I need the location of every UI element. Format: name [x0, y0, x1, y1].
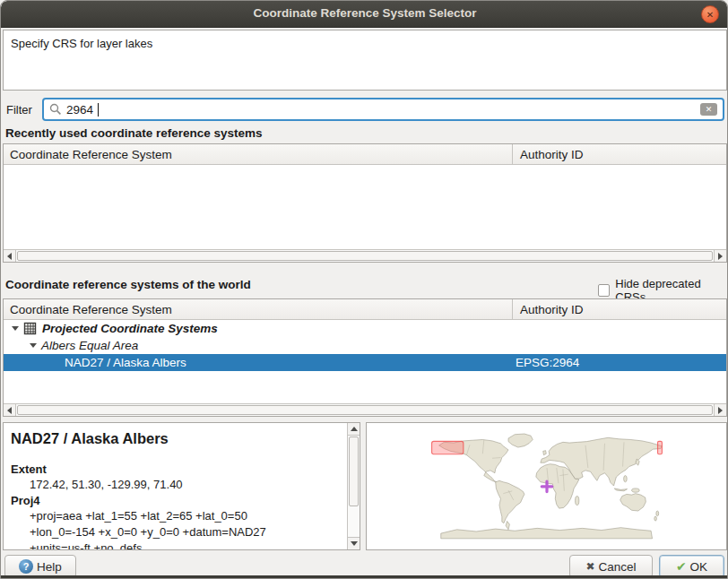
recent-column-authority-id[interactable]: Authority ID: [514, 144, 726, 165]
extent-value: 172.42, 51.30, -129.99, 71.40: [30, 478, 183, 491]
authority-id-value: EPSG:2964: [516, 354, 579, 371]
tree-item-projected-coordinate-systems[interactable]: Projected Coordinate Systems: [4, 320, 726, 337]
scroll-left-arrow-icon[interactable]: [4, 404, 16, 416]
tree-item-nad27-alaska-albers[interactable]: NAD27 / Alaska Albers EPSG:2964: [4, 354, 726, 371]
world-map-preview: [431, 429, 663, 545]
crs-selector-dialog: Coordinate Reference System Selector ✕ S…: [0, 0, 728, 579]
proj4-text: +proj=aea +lat_1=55 +lat_2=65 +lat_0=50: [30, 509, 334, 523]
scrollbar-thumb[interactable]: [17, 405, 713, 415]
titlebar[interactable]: Coordinate Reference System Selector ✕: [1, 1, 728, 28]
close-button[interactable]: ✕: [701, 5, 719, 23]
extent-highlight-west: [431, 441, 463, 454]
help-button-label: Help: [37, 560, 62, 574]
world-column-crs[interactable]: Coordinate Reference System: [4, 299, 513, 320]
recent-table-header: Coordinate Reference System Authority ID: [4, 144, 726, 165]
window-title: Coordinate Reference System Selector: [1, 6, 728, 20]
message-box: Specify CRS for layer lakes: [3, 30, 727, 91]
scrollbar-thumb[interactable]: [17, 251, 713, 261]
scroll-right-arrow-icon[interactable]: [714, 404, 726, 416]
cancel-button-label: Cancel: [599, 560, 637, 574]
projected-crs-grid-icon: [23, 322, 37, 335]
map-preview-panel: [366, 422, 727, 550]
collapse-arrow-icon[interactable]: [11, 326, 20, 331]
world-horizontal-scrollbar[interactable]: [4, 403, 726, 416]
scrollbar-thumb[interactable]: [349, 436, 359, 506]
window-bottom-edge: [1, 575, 728, 578]
proj4-text: +units=us-ft +no_defs: [30, 541, 334, 550]
tree-item-albers-equal-area[interactable]: Albers Equal Area: [4, 337, 726, 354]
extent-label: Extent: [11, 462, 47, 476]
recent-column-crs[interactable]: Coordinate Reference System: [4, 144, 513, 165]
recent-crs-table: Coordinate Reference System Authority ID: [3, 143, 727, 263]
filter-input[interactable]: 2964 ✕: [42, 98, 724, 121]
text-caret: [98, 103, 99, 117]
filter-label: Filter: [6, 103, 32, 117]
clear-icon: ✕: [706, 106, 713, 114]
world-table-header: Coordinate Reference System Authority ID: [4, 299, 726, 320]
crs-details-panel: NAD27 / Alaska Albers Extent 172.42, 51.…: [3, 422, 360, 550]
help-icon: ?: [19, 559, 33, 574]
filter-value: 2964: [66, 103, 93, 117]
scroll-right-arrow-icon[interactable]: [714, 250, 726, 262]
ok-icon: ✔: [676, 559, 687, 574]
scroll-down-arrow-icon[interactable]: [348, 537, 360, 549]
proj4-label: Proj4: [11, 494, 40, 507]
details-vertical-scrollbar[interactable]: [347, 423, 360, 549]
ok-button-label: OK: [690, 560, 708, 574]
extent-highlight-east: [657, 441, 662, 454]
clear-filter-button[interactable]: ✕: [700, 103, 717, 116]
world-column-authority-id[interactable]: Authority ID: [514, 299, 726, 320]
tree-item-label: NAD27 / Alaska Albers: [65, 356, 186, 369]
world-crs-table: Coordinate Reference System Authority ID…: [3, 298, 727, 417]
tree-item-label: Projected Coordinate Systems: [42, 322, 218, 335]
collapse-arrow-icon[interactable]: [29, 343, 38, 348]
search-icon: [49, 103, 62, 116]
message-text: Specify CRS for layer lakes: [11, 37, 152, 50]
cancel-icon: ✖: [585, 560, 594, 573]
scroll-up-arrow-icon[interactable]: [348, 423, 360, 436]
recent-crs-heading: Recently used coordinate reference syste…: [5, 126, 263, 140]
scroll-left-arrow-icon[interactable]: [4, 250, 16, 262]
tree-item-label: Albers Equal Area: [41, 339, 138, 352]
recent-horizontal-scrollbar[interactable]: [4, 249, 726, 262]
proj4-text: +lon_0=-154 +x_0=0 +y_0=0 +datum=NAD27: [30, 525, 334, 539]
world-crs-heading: Coordinate reference systems of the worl…: [5, 278, 251, 291]
hide-deprecated-checkbox[interactable]: [598, 284, 610, 297]
crs-details-title: NAD27 / Alaska Albers: [11, 430, 169, 447]
close-icon: ✕: [706, 10, 714, 20]
